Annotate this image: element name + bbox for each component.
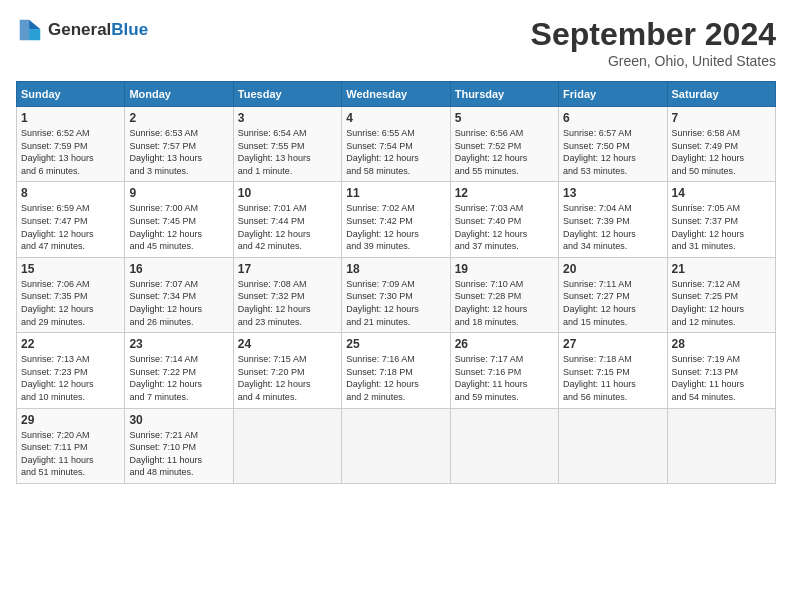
- calendar-cell: [342, 408, 450, 483]
- day-header-friday: Friday: [559, 82, 667, 107]
- svg-marker-0: [29, 20, 40, 29]
- calendar-cell: 26Sunrise: 7:17 AMSunset: 7:16 PMDayligh…: [450, 333, 558, 408]
- day-info: Sunrise: 7:16 AMSunset: 7:18 PMDaylight:…: [346, 353, 445, 403]
- calendar-cell: 21Sunrise: 7:12 AMSunset: 7:25 PMDayligh…: [667, 257, 775, 332]
- day-info: Sunrise: 7:19 AMSunset: 7:13 PMDaylight:…: [672, 353, 771, 403]
- day-number: 11: [346, 186, 445, 200]
- calendar-header-row: SundayMondayTuesdayWednesdayThursdayFrid…: [17, 82, 776, 107]
- day-info: Sunrise: 7:13 AMSunset: 7:23 PMDaylight:…: [21, 353, 120, 403]
- day-number: 1: [21, 111, 120, 125]
- day-info: Sunrise: 7:08 AMSunset: 7:32 PMDaylight:…: [238, 278, 337, 328]
- calendar-cell: 15Sunrise: 7:06 AMSunset: 7:35 PMDayligh…: [17, 257, 125, 332]
- day-info: Sunrise: 7:04 AMSunset: 7:39 PMDaylight:…: [563, 202, 662, 252]
- day-number: 9: [129, 186, 228, 200]
- day-info: Sunrise: 7:15 AMSunset: 7:20 PMDaylight:…: [238, 353, 337, 403]
- page-header: GeneralBlue September 2024 Green, Ohio, …: [16, 16, 776, 69]
- calendar-cell: 17Sunrise: 7:08 AMSunset: 7:32 PMDayligh…: [233, 257, 341, 332]
- calendar-cell: 6Sunrise: 6:57 AMSunset: 7:50 PMDaylight…: [559, 107, 667, 182]
- day-info: Sunrise: 7:18 AMSunset: 7:15 PMDaylight:…: [563, 353, 662, 403]
- logo-icon: [16, 16, 44, 44]
- calendar-cell: 9Sunrise: 7:00 AMSunset: 7:45 PMDaylight…: [125, 182, 233, 257]
- calendar-cell: 11Sunrise: 7:02 AMSunset: 7:42 PMDayligh…: [342, 182, 450, 257]
- day-number: 28: [672, 337, 771, 351]
- calendar-week-4: 22Sunrise: 7:13 AMSunset: 7:23 PMDayligh…: [17, 333, 776, 408]
- day-info: Sunrise: 6:52 AMSunset: 7:59 PMDaylight:…: [21, 127, 120, 177]
- calendar-cell: [233, 408, 341, 483]
- day-number: 17: [238, 262, 337, 276]
- calendar-cell: 4Sunrise: 6:55 AMSunset: 7:54 PMDaylight…: [342, 107, 450, 182]
- calendar-cell: 22Sunrise: 7:13 AMSunset: 7:23 PMDayligh…: [17, 333, 125, 408]
- calendar-cell: 5Sunrise: 6:56 AMSunset: 7:52 PMDaylight…: [450, 107, 558, 182]
- calendar-week-2: 8Sunrise: 6:59 AMSunset: 7:47 PMDaylight…: [17, 182, 776, 257]
- calendar-cell: 16Sunrise: 7:07 AMSunset: 7:34 PMDayligh…: [125, 257, 233, 332]
- day-header-saturday: Saturday: [667, 82, 775, 107]
- logo-blue-text: Blue: [111, 20, 148, 40]
- calendar-week-1: 1Sunrise: 6:52 AMSunset: 7:59 PMDaylight…: [17, 107, 776, 182]
- day-number: 13: [563, 186, 662, 200]
- day-info: Sunrise: 7:10 AMSunset: 7:28 PMDaylight:…: [455, 278, 554, 328]
- calendar-cell: [450, 408, 558, 483]
- day-number: 30: [129, 413, 228, 427]
- day-number: 5: [455, 111, 554, 125]
- day-info: Sunrise: 7:20 AMSunset: 7:11 PMDaylight:…: [21, 429, 120, 479]
- day-info: Sunrise: 6:59 AMSunset: 7:47 PMDaylight:…: [21, 202, 120, 252]
- day-number: 22: [21, 337, 120, 351]
- calendar-cell: 27Sunrise: 7:18 AMSunset: 7:15 PMDayligh…: [559, 333, 667, 408]
- calendar-cell: 23Sunrise: 7:14 AMSunset: 7:22 PMDayligh…: [125, 333, 233, 408]
- day-info: Sunrise: 6:57 AMSunset: 7:50 PMDaylight:…: [563, 127, 662, 177]
- day-info: Sunrise: 7:05 AMSunset: 7:37 PMDaylight:…: [672, 202, 771, 252]
- calendar-cell: 7Sunrise: 6:58 AMSunset: 7:49 PMDaylight…: [667, 107, 775, 182]
- day-header-tuesday: Tuesday: [233, 82, 341, 107]
- day-number: 16: [129, 262, 228, 276]
- calendar-cell: 25Sunrise: 7:16 AMSunset: 7:18 PMDayligh…: [342, 333, 450, 408]
- calendar-cell: [559, 408, 667, 483]
- day-info: Sunrise: 7:03 AMSunset: 7:40 PMDaylight:…: [455, 202, 554, 252]
- day-info: Sunrise: 7:09 AMSunset: 7:30 PMDaylight:…: [346, 278, 445, 328]
- day-number: 25: [346, 337, 445, 351]
- calendar-cell: 10Sunrise: 7:01 AMSunset: 7:44 PMDayligh…: [233, 182, 341, 257]
- calendar-week-5: 29Sunrise: 7:20 AMSunset: 7:11 PMDayligh…: [17, 408, 776, 483]
- day-number: 12: [455, 186, 554, 200]
- day-info: Sunrise: 6:58 AMSunset: 7:49 PMDaylight:…: [672, 127, 771, 177]
- day-number: 15: [21, 262, 120, 276]
- day-number: 2: [129, 111, 228, 125]
- day-number: 23: [129, 337, 228, 351]
- day-number: 10: [238, 186, 337, 200]
- svg-marker-1: [29, 29, 40, 40]
- day-number: 20: [563, 262, 662, 276]
- day-number: 7: [672, 111, 771, 125]
- month-title: September 2024: [531, 16, 776, 53]
- day-info: Sunrise: 6:56 AMSunset: 7:52 PMDaylight:…: [455, 127, 554, 177]
- day-info: Sunrise: 7:14 AMSunset: 7:22 PMDaylight:…: [129, 353, 228, 403]
- calendar-cell: 28Sunrise: 7:19 AMSunset: 7:13 PMDayligh…: [667, 333, 775, 408]
- calendar-cell: 19Sunrise: 7:10 AMSunset: 7:28 PMDayligh…: [450, 257, 558, 332]
- day-number: 3: [238, 111, 337, 125]
- calendar-cell: 18Sunrise: 7:09 AMSunset: 7:30 PMDayligh…: [342, 257, 450, 332]
- day-info: Sunrise: 7:01 AMSunset: 7:44 PMDaylight:…: [238, 202, 337, 252]
- day-info: Sunrise: 7:07 AMSunset: 7:34 PMDaylight:…: [129, 278, 228, 328]
- calendar-cell: [667, 408, 775, 483]
- day-number: 6: [563, 111, 662, 125]
- calendar-cell: 12Sunrise: 7:03 AMSunset: 7:40 PMDayligh…: [450, 182, 558, 257]
- day-info: Sunrise: 7:21 AMSunset: 7:10 PMDaylight:…: [129, 429, 228, 479]
- calendar-cell: 2Sunrise: 6:53 AMSunset: 7:57 PMDaylight…: [125, 107, 233, 182]
- calendar-cell: 20Sunrise: 7:11 AMSunset: 7:27 PMDayligh…: [559, 257, 667, 332]
- day-number: 21: [672, 262, 771, 276]
- location-text: Green, Ohio, United States: [531, 53, 776, 69]
- logo-text: GeneralBlue: [48, 20, 148, 40]
- day-number: 8: [21, 186, 120, 200]
- day-number: 24: [238, 337, 337, 351]
- day-info: Sunrise: 7:12 AMSunset: 7:25 PMDaylight:…: [672, 278, 771, 328]
- day-header-wednesday: Wednesday: [342, 82, 450, 107]
- calendar-cell: 24Sunrise: 7:15 AMSunset: 7:20 PMDayligh…: [233, 333, 341, 408]
- day-info: Sunrise: 6:53 AMSunset: 7:57 PMDaylight:…: [129, 127, 228, 177]
- day-info: Sunrise: 7:17 AMSunset: 7:16 PMDaylight:…: [455, 353, 554, 403]
- title-block: September 2024 Green, Ohio, United State…: [531, 16, 776, 69]
- calendar-cell: 14Sunrise: 7:05 AMSunset: 7:37 PMDayligh…: [667, 182, 775, 257]
- day-number: 4: [346, 111, 445, 125]
- calendar-cell: 29Sunrise: 7:20 AMSunset: 7:11 PMDayligh…: [17, 408, 125, 483]
- calendar-table: SundayMondayTuesdayWednesdayThursdayFrid…: [16, 81, 776, 484]
- calendar-cell: 13Sunrise: 7:04 AMSunset: 7:39 PMDayligh…: [559, 182, 667, 257]
- calendar-cell: 1Sunrise: 6:52 AMSunset: 7:59 PMDaylight…: [17, 107, 125, 182]
- day-number: 29: [21, 413, 120, 427]
